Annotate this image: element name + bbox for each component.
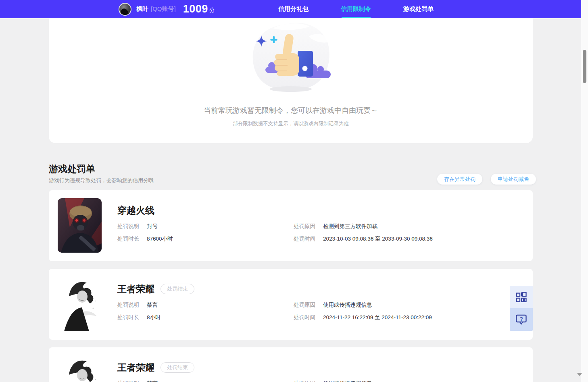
penalty-card: 王者荣耀 处罚结束 处罚说明 禁言 处罚原因 使用或传播违规信息 [49,347,533,382]
penalty-time-field: 处罚时间 2024-11-22 16:22:09 至 2024-11-23 00… [294,314,432,321]
card-title-row: 王者荣耀 处罚结束 [117,362,194,373]
top-navbar: 枫叶 [QQ账号] 1009 分 信用分礼包信用限制令游戏处罚单 [0,0,581,18]
empty-state-title: 当前常玩游戏暂无限制令，您可以在游戏中自由玩耍～ [49,106,533,115]
qr-code-icon [516,292,527,303]
penalty-reason-label: 处罚原因 [294,223,323,230]
penalty-time-label: 处罚时间 [294,314,323,321]
penalty-desc-value: 禁言 [147,301,158,309]
nav-tabs: 信用分礼包信用限制令游戏处罚单 [262,0,450,18]
game-thumbnail [58,277,102,331]
penalty-row-1: 处罚说明 禁言 处罚原因 使用或传播违规信息 [117,380,525,382]
penalty-finished-badge: 处罚结束 [161,362,194,373]
card-title-row: 王者荣耀 处罚结束 [117,283,194,295]
penalty-desc-label: 处罚说明 [117,380,147,382]
qr-code-button[interactable] [510,286,533,308]
penalty-desc-label: 处罚说明 [117,223,147,230]
penalty-desc-value: 封号 [147,223,158,230]
game-thumbnail [58,355,102,382]
nav-tab-0[interactable]: 信用分礼包 [262,0,325,18]
empty-state-note: 部分限制数据不支持显示，请以游戏内限制记录为准 [49,120,533,127]
honor-of-kings-game-art [58,277,102,331]
abnormal-penalty-button[interactable]: 存在异常处罚 [437,174,482,185]
nav-tab-1[interactable]: 信用限制令 [325,0,387,18]
game-title: 王者荣耀 [117,283,154,295]
nav-tab-2[interactable]: 游戏处罚单 [387,0,450,18]
game-title: 王者荣耀 [117,361,154,374]
penalty-reason-label: 处罚原因 [294,301,323,309]
penalty-row-2: 处罚时长 8小时 处罚时间 2024-11-22 16:22:09 至 2024… [117,314,525,321]
penalty-card: 穿越火线 处罚说明 封号 处罚原因 检测到第三方软件加载 处罚时长 87600小… [49,190,533,261]
penalty-desc-field: 处罚说明 封号 [117,223,158,230]
penalty-reason-field: 处罚原因 使用或传播违规信息 [294,380,372,382]
penalty-reason-field: 处罚原因 使用或传播违规信息 [294,301,372,309]
penalty-desc-value: 禁言 [147,380,158,382]
penalty-reason-label: 处罚原因 [294,380,323,382]
penalty-card: 王者荣耀 处罚结束 处罚说明 禁言 处罚原因 使用或传播违规信息 处罚时长 8小… [49,269,533,340]
user-block: 枫叶 [QQ账号] 1009 分 [119,0,215,18]
game-credit-page: 枫叶 [QQ账号] 1009 分 信用分礼包信用限制令游戏处罚单 [0,0,588,382]
penalty-duration-value: 87600小时 [147,235,173,243]
account-type-tag: [QQ账号] [151,5,176,13]
page-scrollbar[interactable] [581,0,588,382]
penalty-relief-button[interactable]: 申请处罚减免 [491,174,536,185]
user-avatar[interactable] [119,3,131,16]
penalty-duration-field: 处罚时长 8小时 [117,314,161,321]
crossfire-game-art [58,198,102,253]
penalty-row-1: 处罚说明 禁言 处罚原因 使用或传播违规信息 [117,301,525,309]
penalty-time-value: 2024-11-22 16:22:09 至 2024-11-23 00:22:0… [323,314,432,321]
penalty-duration-label: 处罚时长 [117,314,147,321]
scrollbar-thumb[interactable] [583,50,586,83]
game-title: 穿越火线 [117,204,154,217]
scroll-down-arrow-icon[interactable] [577,373,582,376]
penalty-reason-field: 处罚原因 检测到第三方软件加载 [294,223,377,230]
penalty-reason-value: 使用或传播违规信息 [323,380,372,382]
user-name: 枫叶 [136,5,148,13]
penalty-reason-value: 检测到第三方软件加载 [323,223,377,230]
penalty-time-label: 处罚时间 [294,235,323,243]
penalty-row-1: 处罚说明 封号 处罚原因 检测到第三方软件加载 [117,223,525,230]
penalty-duration-field: 处罚时长 87600小时 [117,235,173,243]
penalty-section-subtitle: 游戏行为违规导致处罚，会影响您的信用分哦 [49,177,154,184]
penalty-reason-value: 使用或传播违规信息 [323,301,372,309]
penalty-desc-label: 处罚说明 [117,301,147,309]
penalty-time-value: 2023-10-03 09:08:36 至 2033-09-30 09:08:3… [323,235,433,243]
penalty-time-field: 处罚时间 2023-10-03 09:08:36 至 2033-09-30 09… [294,235,433,243]
credit-score-unit: 分 [209,7,215,14]
penalty-row-2: 处罚时长 87600小时 处罚时间 2023-10-03 09:08:36 至 … [117,235,525,243]
honor-of-kings-game-art [58,355,102,382]
credit-score: 1009 [183,3,208,15]
card-title-row: 穿越火线 [117,205,154,216]
penalty-duration-value: 8小时 [147,314,161,321]
help-button[interactable]: ? [510,308,533,331]
penalty-duration-label: 处罚时长 [117,235,147,243]
penalty-section-title: 游戏处罚单 [49,163,95,175]
penalty-desc-field: 处罚说明 禁言 [117,380,158,382]
help-bubble-icon: ? [515,313,528,326]
restriction-empty-panel: 当前常玩游戏暂无限制令，您可以在游戏中自由玩耍～ 部分限制数据不支持显示，请以游… [49,18,533,143]
penalty-actions: 存在异常处罚 申请处罚减免 [437,174,536,185]
penalty-card-list: 穿越火线 处罚说明 封号 处罚原因 检测到第三方软件加载 处罚时长 87600小… [49,190,533,382]
question-mark-glyph: ? [519,316,523,322]
thumbs-up-illustration [248,19,333,96]
game-thumbnail [58,198,102,253]
penalty-finished-badge: 处罚结束 [161,284,194,294]
penalty-desc-field: 处罚说明 禁言 [117,301,158,309]
